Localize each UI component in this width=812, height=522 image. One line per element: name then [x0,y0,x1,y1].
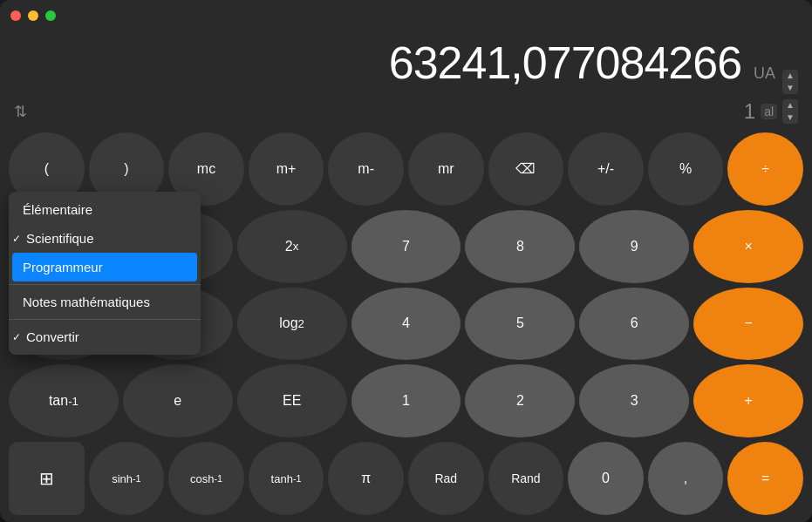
display-area: 63241,077084266 UA ▲ ▼ [0,31,812,98]
memory-row: 1 al ▲ ▼ [744,99,798,124]
rand-button[interactable]: Rand [488,442,564,515]
button-row-5: ⊞ sinh-1 cosh-1 tanh-1 π Rad Rand 0 , = [9,442,803,515]
divide-button[interactable]: ÷ [727,132,803,206]
close-button[interactable] [10,10,21,21]
memory-unit-badge: al [761,104,777,119]
secondary-display-row: ⇅ 1 al ▲ ▼ [0,98,812,127]
menu-item-notes[interactable]: Notes mathématiques [9,288,201,316]
sort-icon[interactable]: ⇅ [14,102,27,121]
log2-button[interactable]: log2 [237,288,347,361]
coshinv-button[interactable]: cosh-1 [168,442,244,515]
minimize-button[interactable] [28,10,38,21]
five-button[interactable]: 5 [465,288,575,361]
multiply-button[interactable]: × [693,210,803,283]
convertir-label: Convertir [26,329,79,344]
menu-divider-2 [9,319,201,320]
three-button[interactable]: 3 [579,364,689,437]
menu-item-scientifique[interactable]: Scientifique [9,224,201,253]
memory-stepper[interactable]: ▲ ▼ [782,99,798,124]
mminus-button[interactable]: m- [328,132,404,206]
one-button[interactable]: 1 [351,364,461,437]
plus-button[interactable]: + [693,364,803,437]
eight-button[interactable]: 8 [465,210,575,283]
comma-button[interactable]: , [648,442,724,515]
calc-mode-button[interactable]: ⊞ [9,442,85,515]
memory-value: 1 [744,99,755,124]
tanhinv-button[interactable]: tanh-1 [249,442,324,515]
plusminus-button[interactable]: +/- [568,132,644,206]
e-button[interactable]: e [123,364,233,437]
sinhinv-button[interactable]: sinh-1 [89,442,165,515]
display-value: 63241,077084266 [389,38,741,88]
equals-button[interactable]: = [727,442,803,515]
menu-item-elementaire[interactable]: Élémentaire [9,195,201,224]
six-button[interactable]: 6 [579,288,689,361]
elementaire-label: Élémentaire [23,202,92,217]
rad-button[interactable]: Rad [408,442,484,515]
seven-button[interactable]: 7 [351,210,461,283]
pi-button[interactable]: π [328,442,404,515]
mplus-button[interactable]: m+ [249,132,324,206]
backspace-button[interactable]: ⌫ [488,132,564,206]
title-bar [0,0,812,31]
menu-item-programmeur[interactable]: Programmeur [12,253,197,281]
nine-button[interactable]: 9 [579,210,689,283]
four-button[interactable]: 4 [351,288,461,361]
calculator-mode-menu: Élémentaire Scientifique Programmeur Not… [9,192,201,355]
button-row-4: tan-1 e EE 1 2 3 + [9,364,803,437]
minus-button[interactable]: − [693,288,803,361]
two-button[interactable]: 2 [465,364,575,437]
2x-button[interactable]: 2x [237,210,347,283]
menu-divider [9,284,201,285]
taninv-button[interactable]: tan-1 [9,364,119,437]
notes-label: Notes mathématiques [23,295,150,309]
traffic-lights [10,10,56,21]
menu-item-convertir[interactable]: Convertir [9,322,201,351]
percent-button[interactable]: % [648,132,724,206]
calculator-window: 63241,077084266 UA ▲ ▼ ⇅ 1 al ▲ ▼ ( ) mc… [0,0,812,522]
display-unit: UA [754,64,775,83]
mr-button[interactable]: mr [408,132,484,206]
maximize-button[interactable] [45,10,56,21]
programmeur-label: Programmeur [23,260,103,275]
ee-button[interactable]: EE [237,364,347,437]
zero-button[interactable]: 0 [568,442,644,515]
unit-stepper[interactable]: ▲ ▼ [782,70,798,94]
scientifique-label: Scientifique [26,231,94,246]
